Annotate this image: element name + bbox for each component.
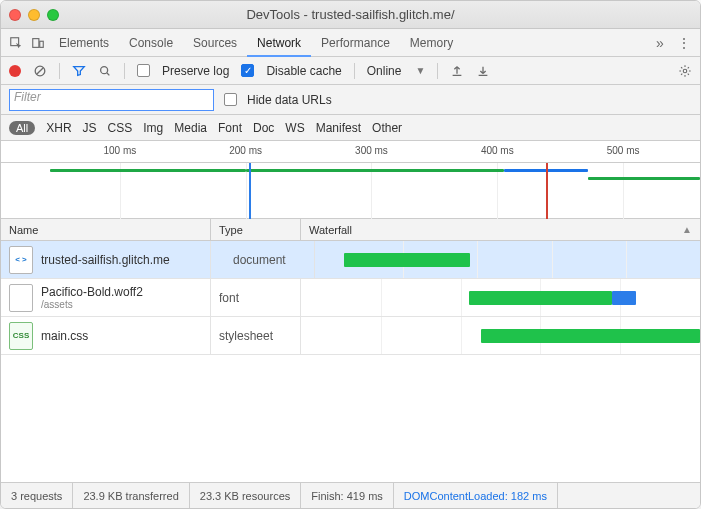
column-type[interactable]: Type xyxy=(211,219,301,240)
type-filter-font[interactable]: Font xyxy=(218,121,242,135)
sort-arrow-icon: ▲ xyxy=(682,224,692,235)
type-filter-row: AllXHRJSCSSImgMediaFontDocWSManifestOthe… xyxy=(1,115,700,141)
download-har-icon[interactable] xyxy=(476,64,490,78)
throttling-select[interactable]: Online ▼ xyxy=(367,64,426,78)
column-name[interactable]: Name xyxy=(1,219,211,240)
divider xyxy=(59,63,60,79)
request-row[interactable]: Pacifico-Bold.woff2/assetsfont xyxy=(1,279,700,317)
inspect-element-icon[interactable] xyxy=(5,36,27,50)
record-button[interactable] xyxy=(9,65,21,77)
timeline-bar xyxy=(246,169,505,172)
tab-memory[interactable]: Memory xyxy=(400,29,463,57)
filter-input[interactable]: Filter xyxy=(9,89,214,111)
kebab-menu-button[interactable]: ⋮ xyxy=(672,35,696,51)
filter-icon[interactable] xyxy=(72,64,86,78)
window-title: DevTools - trusted-sailfish.glitch.me/ xyxy=(1,7,700,22)
upload-har-icon[interactable] xyxy=(450,64,464,78)
clear-icon[interactable] xyxy=(33,64,47,78)
request-type: document xyxy=(225,241,315,278)
request-name: trusted-sailfish.glitch.me xyxy=(41,253,170,267)
svg-point-5 xyxy=(683,69,687,73)
request-type: stylesheet xyxy=(211,317,301,354)
waterfall-cell xyxy=(301,279,700,316)
request-path: /assets xyxy=(41,299,143,310)
status-transferred: 23.9 KB transferred xyxy=(73,483,189,508)
file-doc-icon xyxy=(9,246,33,274)
waterfall-bar xyxy=(481,329,700,343)
type-filter-all[interactable]: All xyxy=(9,121,35,135)
timeline-marker xyxy=(546,163,548,219)
file-css-icon xyxy=(9,322,33,350)
timeline-bar xyxy=(588,177,700,180)
filter-bar: Filter Hide data URLs xyxy=(1,85,700,115)
table-header: Name Type Waterfall▲ xyxy=(1,219,700,241)
divider xyxy=(437,63,438,79)
tab-sources[interactable]: Sources xyxy=(183,29,247,57)
timeline-tick: 400 ms xyxy=(481,145,514,156)
timeline-tick: 200 ms xyxy=(229,145,262,156)
request-name: main.css xyxy=(41,329,88,343)
type-filter-other[interactable]: Other xyxy=(372,121,402,135)
type-filter-xhr[interactable]: XHR xyxy=(46,121,71,135)
waterfall-bar xyxy=(612,291,636,305)
panel-tabbar: ElementsConsoleSourcesNetworkPerformance… xyxy=(1,29,700,57)
timeline-bar xyxy=(50,169,246,172)
settings-gear-icon[interactable] xyxy=(678,64,692,78)
file-blank-icon xyxy=(9,284,33,312)
request-row[interactable]: main.cssstylesheet xyxy=(1,317,700,355)
type-filter-media[interactable]: Media xyxy=(174,121,207,135)
devtools-window: DevTools - trusted-sailfish.glitch.me/ E… xyxy=(0,0,701,509)
tab-network[interactable]: Network xyxy=(247,29,311,57)
chevron-down-icon: ▼ xyxy=(415,65,425,76)
hide-data-urls-checkbox[interactable] xyxy=(224,93,237,106)
timeline-body xyxy=(1,163,700,219)
tab-performance[interactable]: Performance xyxy=(311,29,400,57)
request-row[interactable]: trusted-sailfish.glitch.medocument xyxy=(1,241,700,279)
timeline-tick: 300 ms xyxy=(355,145,388,156)
preserve-log-checkbox[interactable] xyxy=(137,64,150,77)
search-icon[interactable] xyxy=(98,64,112,78)
disable-cache-checkbox[interactable]: ✓ xyxy=(241,64,254,77)
timeline-tick: 500 ms xyxy=(607,145,640,156)
type-filter-manifest[interactable]: Manifest xyxy=(316,121,361,135)
throttling-value: Online xyxy=(367,64,402,78)
svg-point-4 xyxy=(101,66,108,73)
type-filter-js[interactable]: JS xyxy=(83,121,97,135)
status-domcontentloaded: DOMContentLoaded: 182 ms xyxy=(394,483,558,508)
disable-cache-label: Disable cache xyxy=(266,64,341,78)
type-filter-doc[interactable]: Doc xyxy=(253,121,274,135)
status-resources: 23.3 KB resources xyxy=(190,483,302,508)
more-tabs-button[interactable]: » xyxy=(648,35,672,51)
waterfall-bar xyxy=(344,253,470,267)
svg-rect-1 xyxy=(33,38,39,47)
type-filter-img[interactable]: Img xyxy=(143,121,163,135)
divider xyxy=(124,63,125,79)
status-bar: 3 requests 23.9 KB transferred 23.3 KB r… xyxy=(1,482,700,508)
tab-elements[interactable]: Elements xyxy=(49,29,119,57)
request-type: font xyxy=(211,279,301,316)
waterfall-bar xyxy=(469,291,613,305)
request-rows: trusted-sailfish.glitch.medocumentPacifi… xyxy=(1,241,700,482)
timeline-overview[interactable]: 100 ms200 ms300 ms400 ms500 ms xyxy=(1,141,700,219)
device-toolbar-icon[interactable] xyxy=(27,36,49,50)
waterfall-cell xyxy=(301,317,700,354)
titlebar: DevTools - trusted-sailfish.glitch.me/ xyxy=(1,1,700,29)
divider xyxy=(354,63,355,79)
request-name: Pacifico-Bold.woff2 xyxy=(41,285,143,299)
hide-data-urls-label: Hide data URLs xyxy=(247,93,332,107)
tab-console[interactable]: Console xyxy=(119,29,183,57)
timeline-tick: 100 ms xyxy=(103,145,136,156)
type-filter-ws[interactable]: WS xyxy=(285,121,304,135)
type-filter-css[interactable]: CSS xyxy=(108,121,133,135)
status-finish: Finish: 419 ms xyxy=(301,483,394,508)
preserve-log-label: Preserve log xyxy=(162,64,229,78)
network-toolbar: Preserve log ✓ Disable cache Online ▼ xyxy=(1,57,700,85)
waterfall-cell xyxy=(329,241,700,278)
svg-rect-2 xyxy=(40,41,44,47)
column-waterfall[interactable]: Waterfall▲ xyxy=(301,219,700,240)
timeline-marker xyxy=(249,163,251,219)
status-requests: 3 requests xyxy=(1,483,73,508)
timeline-ruler: 100 ms200 ms300 ms400 ms500 ms xyxy=(1,141,700,163)
